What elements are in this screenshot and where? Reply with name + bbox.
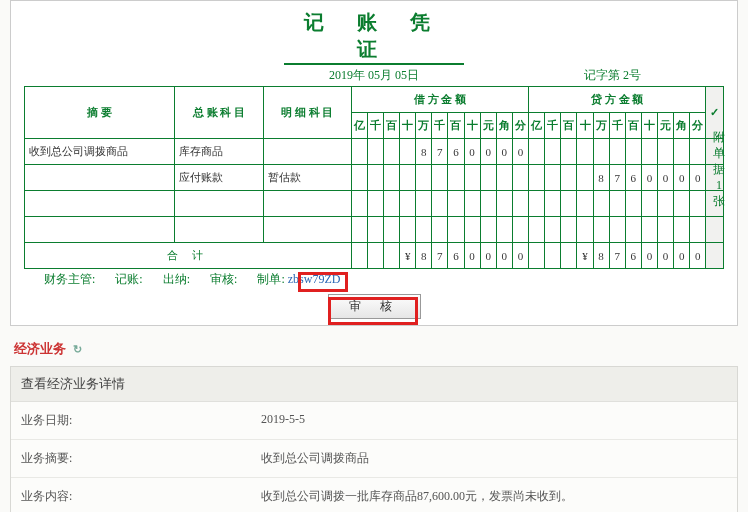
voucher-date: 2019年 05月 05日 (329, 68, 419, 82)
refresh-icon[interactable]: ↻ (73, 343, 82, 355)
digit-header: 百 (625, 113, 641, 139)
col-account: 总 账 科 目 (175, 87, 263, 139)
digit-header: 百 (561, 113, 577, 139)
business-row-value: 2019-5-5 (251, 402, 737, 439)
digit-header: 分 (690, 113, 706, 139)
business-row: 业务摘要:收到总公司调拨商品 (11, 440, 737, 478)
sig-book: 记账: (115, 271, 142, 288)
voucher-title: 记 账 凭 证 (284, 7, 464, 65)
business-row-label: 业务内容: (11, 478, 251, 512)
sig-cashier: 出纳: (163, 271, 190, 288)
signature-row: 财务主管: 记账: 出纳: 审核: 制单: zbsw79ZD (24, 271, 724, 288)
cell-account: 库存商品 (175, 139, 263, 165)
cell-sub (263, 139, 351, 165)
business-row-value: 收到总公司调拨一批库存商品87,600.00元，发票尚未收到。 (251, 478, 737, 512)
digit-header: 百 (448, 113, 464, 139)
cell-summary (25, 191, 175, 217)
digit-header: 亿 (351, 113, 367, 139)
digit-header: 百 (383, 113, 399, 139)
business-panel-title: 查看经济业务详情 (11, 367, 737, 402)
business-row-value: 收到总公司调拨商品 (251, 440, 737, 477)
digit-header: 千 (367, 113, 383, 139)
voucher-number: 记字第 2号 (584, 67, 641, 84)
col-summary: 摘 要 (25, 87, 175, 139)
voucher-table: 摘 要 总 账 科 目 明 细 科 目 借 方 金 额 贷 方 金 额 ✓ 亿千… (24, 86, 724, 269)
business-panel: 查看经济业务详情 业务日期:2019-5-5业务摘要:收到总公司调拨商品业务内容… (10, 366, 738, 512)
digit-header: 千 (545, 113, 561, 139)
total-row: 合 计 ¥8760000 ¥8760000 (25, 243, 724, 269)
digit-header: 十 (577, 113, 593, 139)
cell-sub (263, 217, 351, 243)
business-row-label: 业务日期: (11, 402, 251, 439)
cell-account: 应付账款 (175, 165, 263, 191)
business-row: 业务内容:收到总公司调拨一批库存商品87,600.00元，发票尚未收到。 (11, 478, 737, 512)
cell-summary: 收到总公司调拨商品 (25, 139, 175, 165)
sig-maker-label: 制单: (257, 272, 284, 286)
digit-header: 十 (400, 113, 416, 139)
cell-account (175, 191, 263, 217)
sig-maker-value: zbsw79ZD (288, 272, 341, 286)
attachment-label: 附单据 1 张 (712, 129, 726, 209)
digit-header: 亿 (529, 113, 545, 139)
digit-header: 元 (658, 113, 674, 139)
sig-finmgr: 财务主管: (44, 271, 95, 288)
business-row-label: 业务摘要: (11, 440, 251, 477)
digit-header: 万 (416, 113, 432, 139)
digit-header: 十 (641, 113, 657, 139)
digit-header: 角 (674, 113, 690, 139)
digit-header: 元 (480, 113, 496, 139)
col-subaccount: 明 细 科 目 (263, 87, 351, 139)
cell-summary (25, 217, 175, 243)
table-row: 收到总公司调拨商品库存商品8760000 (25, 139, 724, 165)
digit-header: 分 (512, 113, 528, 139)
digit-header: 角 (496, 113, 512, 139)
total-label: 合 计 (25, 243, 352, 269)
voucher-form: 记 账 凭 证 2019年 05月 05日 记字第 2号 摘 要 总 账 科 目… (10, 0, 738, 326)
table-row (25, 191, 724, 217)
digit-header: 十 (464, 113, 480, 139)
col-credit: 贷 方 金 额 (529, 87, 706, 113)
cell-summary (25, 165, 175, 191)
table-row (25, 217, 724, 243)
cell-sub: 暂估款 (263, 165, 351, 191)
table-row: 应付账款暂估款8760000 (25, 165, 724, 191)
row-checkbox[interactable] (706, 217, 724, 243)
digit-header: 千 (432, 113, 448, 139)
digit-header: 千 (609, 113, 625, 139)
audit-button[interactable]: 审 核 (328, 294, 421, 319)
sig-audit: 审核: (210, 271, 237, 288)
business-tab[interactable]: 经济业务 ↻ (10, 336, 738, 362)
business-row: 业务日期:2019-5-5 (11, 402, 737, 440)
cell-sub (263, 191, 351, 217)
col-debit: 借 方 金 额 (351, 87, 528, 113)
cell-account (175, 217, 263, 243)
digit-header: 万 (593, 113, 609, 139)
